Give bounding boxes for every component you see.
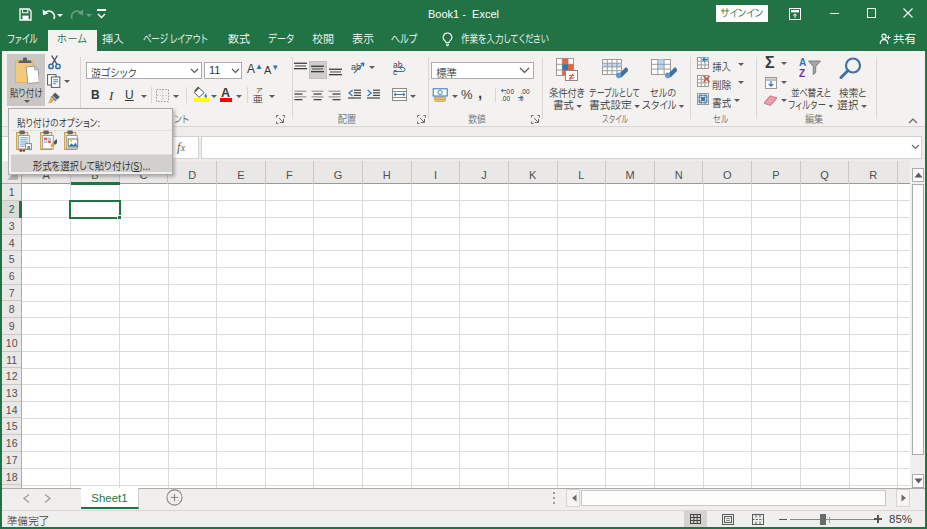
svg-text:A: A (799, 57, 806, 68)
svg-text:Z: Z (799, 68, 805, 78)
svg-text:.00: .00 (501, 95, 510, 102)
svg-text:0: 0 (511, 88, 515, 95)
